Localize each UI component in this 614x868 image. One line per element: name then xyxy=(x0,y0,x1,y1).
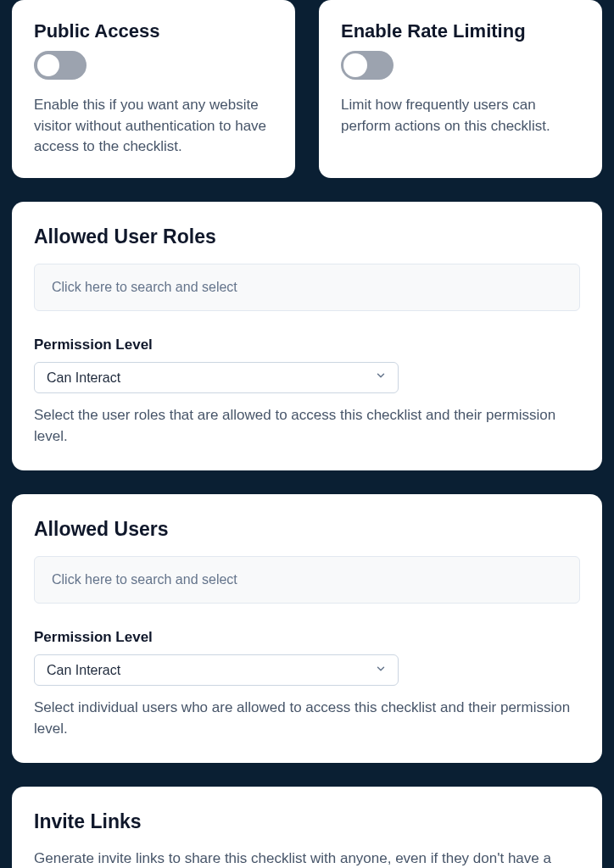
allowed-users-title: Allowed Users xyxy=(34,518,580,541)
allowed-users-perm-label: Permission Level xyxy=(34,629,580,646)
public-access-toggle[interactable] xyxy=(34,51,87,80)
invite-links-title: Invite Links xyxy=(34,810,580,833)
allowed-roles-perm-label: Permission Level xyxy=(34,337,580,353)
rate-limiting-card: Enable Rate Limiting Limit how frequentl… xyxy=(319,0,602,178)
invite-links-desc: Generate invite links to share this chec… xyxy=(34,849,580,868)
allowed-roles-search[interactable]: Click here to search and select xyxy=(34,264,580,311)
allowed-roles-title: Allowed User Roles xyxy=(34,225,580,248)
allowed-roles-help: Select the user roles that are allowed t… xyxy=(34,405,580,447)
invite-links-section: Invite Links Generate invite links to sh… xyxy=(12,787,602,868)
rate-limiting-desc: Limit how frequently users can perform a… xyxy=(341,95,580,136)
public-access-card: Public Access Enable this if you want an… xyxy=(12,0,295,178)
allowed-users-select-wrap: Can Interact xyxy=(34,654,399,686)
rate-limiting-title: Enable Rate Limiting xyxy=(341,20,580,42)
allowed-users-help: Select individual users who are allowed … xyxy=(34,698,580,739)
rate-limiting-toggle[interactable] xyxy=(341,51,394,80)
public-access-desc: Enable this if you want any website visi… xyxy=(34,95,273,158)
allowed-roles-select-wrap: Can Interact xyxy=(34,362,399,393)
allowed-users-search[interactable]: Click here to search and select xyxy=(34,556,580,604)
allowed-users-section: Allowed Users Click here to search and s… xyxy=(12,494,602,763)
allowed-users-perm-select[interactable]: Can Interact xyxy=(34,654,399,686)
public-access-title: Public Access xyxy=(34,20,273,42)
toggle-knob xyxy=(343,53,367,77)
allowed-roles-section: Allowed User Roles Click here to search … xyxy=(12,202,602,470)
allowed-roles-perm-select[interactable]: Can Interact xyxy=(34,362,399,393)
toggle-knob xyxy=(37,54,59,76)
